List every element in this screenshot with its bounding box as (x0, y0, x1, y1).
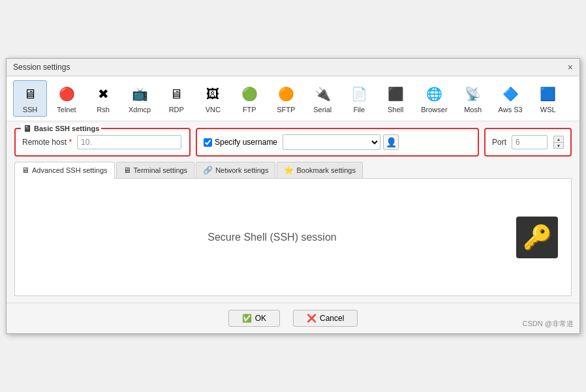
vnc-icon: 🖼 (202, 83, 223, 104)
toolbar-item-vnc[interactable]: 🖼VNC (196, 80, 230, 117)
browser-label: Browser (421, 106, 447, 113)
bookmark-tab-label: Bookmark settings (296, 166, 355, 174)
sftp-icon: 🟠 (275, 83, 296, 104)
title-bar: Session settings × (7, 59, 579, 76)
ftp-icon: 🟢 (239, 83, 260, 104)
tabs-row: 🖥Advanced SSH settings🖥Terminal settings… (14, 162, 572, 179)
user-icon-button[interactable]: 👤 (383, 134, 399, 150)
toolbar-item-ssh[interactable]: 🖥SSH (13, 80, 47, 117)
tab-advanced[interactable]: 🖥Advanced SSH settings (14, 162, 115, 179)
ssh-label: SSH (23, 106, 38, 113)
rsh-icon: ✖ (93, 83, 114, 104)
toolbar-item-rdp[interactable]: 🖥RDP (159, 80, 193, 117)
remote-host-group: 🖥 Basic SSH settings Remote host * (14, 128, 191, 157)
toolbar-item-telnet[interactable]: 🔴Telnet (50, 80, 84, 117)
toolbar-item-browser[interactable]: 🌐Browser (415, 80, 453, 117)
sftp-label: SFTP (277, 106, 295, 113)
remote-host-input[interactable] (77, 135, 181, 149)
terminal-tab-label: Terminal settings (134, 166, 188, 174)
rdp-label: RDP (169, 106, 184, 113)
username-combo: 👤 (283, 134, 399, 150)
ftp-label: FTP (243, 106, 256, 113)
basic-settings-title: 🖥 Basic SSH settings (21, 123, 101, 134)
basic-settings-row: 🖥 Basic SSH settings Remote host * Speci… (14, 128, 572, 157)
cancel-button[interactable]: ❌ Cancel (293, 310, 358, 327)
file-icon: 📄 (348, 83, 369, 104)
vnc-label: VNC (206, 106, 221, 113)
toolbar-item-xdmcp[interactable]: 📺Xdmcp (123, 80, 157, 117)
wsl-label: WSL (540, 106, 556, 113)
key-icon: 🔑 (523, 224, 552, 251)
serial-label: Serial (313, 106, 332, 113)
port-group: Port ▲ ▼ (484, 128, 572, 157)
close-button[interactable]: × (568, 63, 573, 72)
port-label: Port (492, 138, 506, 147)
toolbar-item-awss3[interactable]: 🔷Aws S3 (493, 80, 529, 117)
shell-icon: ⬛ (385, 83, 406, 104)
port-spinner: ▲ ▼ (553, 136, 564, 149)
mosh-icon: 📡 (463, 83, 484, 104)
toolbar-item-shell[interactable]: ⬛Shell (378, 80, 412, 117)
terminal-tab-icon: 🖥 (123, 166, 131, 175)
dialog-title: Session settings (13, 63, 70, 72)
serial-icon: 🔌 (312, 83, 333, 104)
specify-username-checkbox[interactable] (204, 138, 212, 147)
toolbar-item-serial[interactable]: 🔌Serial (305, 80, 339, 117)
tabs-container: 🖥Advanced SSH settings🖥Terminal settings… (14, 162, 572, 296)
port-increment-button[interactable]: ▲ (553, 136, 564, 142)
specify-username-checkbox-label[interactable]: Specify username (204, 138, 277, 147)
network-tab-icon: 🔗 (203, 166, 213, 175)
awss3-label: Aws S3 (499, 106, 523, 113)
tab-terminal[interactable]: 🖥Terminal settings (116, 162, 195, 178)
port-input[interactable] (512, 135, 547, 149)
ok-label: OK (255, 314, 266, 323)
rdp-icon: 🖥 (166, 83, 187, 104)
cancel-icon: ❌ (307, 314, 316, 323)
wsl-icon: 🟦 (538, 83, 559, 104)
remote-host-label: Remote host * (22, 138, 72, 147)
toolbar-item-ftp[interactable]: 🟢FTP (232, 80, 266, 117)
mosh-label: Mosh (464, 106, 482, 113)
awss3-icon: 🔷 (500, 83, 521, 104)
file-label: File (353, 106, 365, 113)
toolbar: 🖥SSH🔴Telnet✖Rsh📺Xdmcp🖥RDP🖼VNC🟢FTP🟠SFTP🔌S… (7, 76, 579, 121)
cancel-label: Cancel (320, 314, 344, 323)
watermark: CSDN @非常道 (523, 319, 574, 329)
username-select[interactable] (283, 134, 380, 150)
session-settings-dialog: Session settings × 🖥SSH🔴Telnet✖Rsh📺Xdmcp… (6, 58, 580, 334)
toolbar-item-wsl[interactable]: 🟦WSL (531, 80, 565, 117)
toolbar-item-sftp[interactable]: 🟠SFTP (269, 80, 303, 117)
ok-icon: ✅ (242, 314, 252, 323)
footer: ✅ OK ❌ Cancel (7, 303, 579, 333)
toolbar-item-file[interactable]: 📄File (342, 80, 376, 117)
username-group: Specify username 👤 (196, 128, 479, 157)
tab-network[interactable]: 🔗Network settings (196, 162, 275, 178)
xdmcp-icon: 📺 (129, 83, 150, 104)
toolbar-item-mosh[interactable]: 📡Mosh (456, 80, 490, 117)
network-tab-label: Network settings (215, 166, 268, 174)
ok-button[interactable]: ✅ OK (228, 310, 280, 327)
rsh-label: Rsh (97, 106, 110, 113)
tab-content: Secure Shell (SSH) session 🔑 (14, 179, 572, 296)
content-area: 🖥 Basic SSH settings Remote host * Speci… (7, 121, 579, 303)
telnet-icon: 🔴 (56, 83, 77, 104)
advanced-tab-icon: 🖥 (22, 166, 29, 175)
ssh-icon: 🖥 (20, 83, 40, 104)
session-description-label: Secure Shell (SSH) session (28, 232, 516, 243)
advanced-tab-label: Advanced SSH settings (32, 166, 108, 174)
port-decrement-button[interactable]: ▼ (553, 142, 564, 149)
browser-icon: 🌐 (424, 83, 444, 104)
bookmark-tab-icon: ⭐ (284, 166, 294, 175)
xdmcp-label: Xdmcp (129, 106, 151, 113)
key-icon-box: 🔑 (516, 217, 558, 258)
tab-bookmark[interactable]: ⭐Bookmark settings (277, 162, 362, 178)
shell-label: Shell (388, 106, 403, 113)
telnet-label: Telnet (57, 106, 76, 113)
toolbar-item-rsh[interactable]: ✖Rsh (86, 80, 120, 117)
